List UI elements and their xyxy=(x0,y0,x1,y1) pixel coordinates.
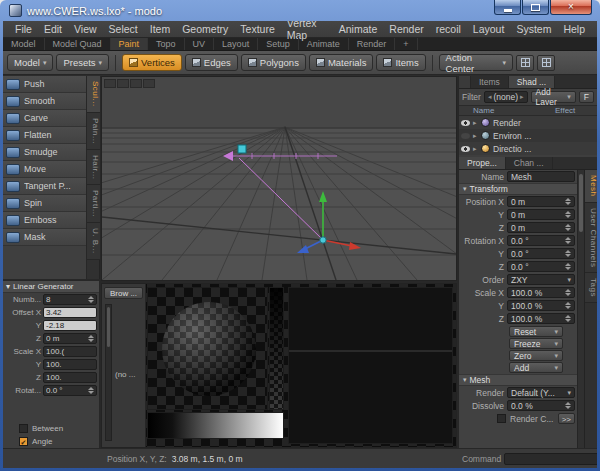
dissolve-field[interactable]: 0.0 % xyxy=(507,400,575,411)
props-tab-mesh[interactable]: Mesh xyxy=(585,170,597,203)
action-center-button[interactable]: Action Center ▾ xyxy=(439,54,513,71)
image-preview[interactable] xyxy=(147,287,268,410)
expand-icon[interactable]: ▸ xyxy=(473,145,481,153)
filter-select[interactable]: ◂ (none) ▸ xyxy=(484,91,528,103)
spinner-icon[interactable] xyxy=(565,263,571,270)
scale-y-field-lg[interactable]: 100. xyxy=(43,359,97,370)
layout-tab-layout[interactable]: Layout xyxy=(214,38,258,50)
slider-left-icon[interactable]: ◂ xyxy=(488,93,492,101)
minimize-button[interactable] xyxy=(494,0,521,15)
freeze-button[interactable]: Freeze▾ xyxy=(509,338,563,349)
menu-edit[interactable]: Edit xyxy=(38,22,68,36)
mesh-section-header[interactable]: ▾ Mesh xyxy=(459,374,577,386)
expand-icon[interactable]: ▸ xyxy=(473,119,481,127)
offset-x-field[interactable]: 3.42 xyxy=(43,307,97,318)
tool-move[interactable]: Move xyxy=(3,161,86,178)
secondary-preview-pane[interactable] xyxy=(288,287,453,444)
titlebar[interactable]: www.CWER.ws.lxo* - modo × xyxy=(3,0,597,21)
layout-tab-add[interactable]: + xyxy=(395,38,417,50)
layout-tab-render[interactable]: Render xyxy=(349,38,396,50)
add-layer-button[interactable]: Add Layer ▾ xyxy=(531,91,576,103)
spinner-icon[interactable] xyxy=(565,315,571,322)
order-select[interactable]: ZXY▾ xyxy=(507,274,575,285)
panel-menu-button[interactable] xyxy=(459,76,471,88)
properties-scrollbar[interactable] xyxy=(577,170,584,448)
toolbox-tab-sculpt[interactable]: Scul... xyxy=(87,76,100,113)
image-list-scrollbar[interactable] xyxy=(105,304,112,441)
maximize-button[interactable] xyxy=(522,0,549,15)
mode-button-vertices[interactable]: Vertices xyxy=(122,54,182,71)
offset-z-field[interactable]: 0 m xyxy=(43,333,97,344)
menu-file[interactable]: File xyxy=(9,22,38,36)
menu-geometry[interactable]: Geometry xyxy=(176,22,234,36)
close-button[interactable]: × xyxy=(550,0,592,15)
scale-x-field[interactable]: 100.0 % xyxy=(507,287,575,298)
render-curves-checkbox[interactable] xyxy=(497,414,506,423)
menu-view[interactable]: View xyxy=(68,22,103,36)
spinner-icon[interactable] xyxy=(565,289,571,296)
position-y-field[interactable]: 0 m xyxy=(507,209,575,220)
rotation-field-lg[interactable]: 0.0 ° xyxy=(43,385,97,396)
value-gradient-bar[interactable] xyxy=(147,412,284,439)
toolbox-tab-paint[interactable]: Pain... xyxy=(87,113,100,150)
tab-channels[interactable]: Chan ... xyxy=(506,157,553,169)
scale-x-field-lg[interactable]: 100.( xyxy=(43,346,97,357)
angle-checkbox[interactable]: ✔ xyxy=(19,437,28,446)
spinner-icon[interactable] xyxy=(565,302,571,309)
scrollbar-thumb[interactable] xyxy=(107,307,110,347)
tree-row-environment[interactable]: ▸ Environ ... xyxy=(459,129,597,142)
workplane-button[interactable] xyxy=(537,55,555,71)
tab-properties[interactable]: Prope... xyxy=(459,157,506,169)
between-checkbox[interactable] xyxy=(19,424,28,433)
model-dropdown-button[interactable]: Model ▾ xyxy=(7,54,53,71)
menu-animate[interactable]: Animate xyxy=(333,22,384,36)
eye-icon[interactable] xyxy=(461,120,470,126)
spinner-icon[interactable] xyxy=(88,296,94,303)
rotation-x-field[interactable]: 0.0 ° xyxy=(507,235,575,246)
viewport-canvas[interactable] xyxy=(102,77,456,280)
rotation-z-field[interactable]: 0.0 ° xyxy=(507,261,575,272)
props-tab-user-channels[interactable]: User Channels xyxy=(585,203,597,273)
layout-tab-uv[interactable]: UV xyxy=(185,38,215,50)
viewport-style-button[interactable] xyxy=(104,79,116,88)
menu-help[interactable]: Help xyxy=(557,22,591,36)
image-list-item-none[interactable]: (no ... xyxy=(115,370,135,379)
spinner-icon[interactable] xyxy=(565,224,571,231)
mode-button-items[interactable]: Items xyxy=(376,54,425,71)
spinner-icon[interactable] xyxy=(88,387,94,394)
spinner-icon[interactable] xyxy=(565,250,571,257)
rotation-y-field[interactable]: 0.0 ° xyxy=(507,248,575,259)
filter-f-button[interactable]: F xyxy=(579,91,594,103)
number-field[interactable]: 8 xyxy=(43,294,97,305)
viewport-options-button[interactable] xyxy=(143,79,155,88)
menu-select[interactable]: Select xyxy=(103,22,144,36)
linear-generator-header[interactable]: ▾ Linear Generator xyxy=(3,281,99,293)
command-input[interactable] xyxy=(504,453,597,465)
name-field[interactable]: Mesh xyxy=(507,171,575,182)
more-options-button[interactable]: >> xyxy=(558,413,575,424)
menu-render[interactable]: Render xyxy=(383,22,429,36)
alpha-gradient-strip[interactable] xyxy=(269,287,284,410)
falloff-handle[interactable] xyxy=(238,145,246,153)
offset-y-field[interactable]: -2.18 xyxy=(43,320,97,331)
layout-tab-animate[interactable]: Animate xyxy=(299,38,349,50)
toolbox-tab-particles[interactable]: Parti... xyxy=(87,185,100,223)
toolbox-tab-hair[interactable]: Hair... xyxy=(87,150,100,185)
tool-emboss[interactable]: Emboss xyxy=(3,212,86,229)
expand-icon[interactable]: ▸ xyxy=(473,132,481,140)
tool-carve[interactable]: Carve xyxy=(3,110,86,127)
tool-flatten[interactable]: Flatten xyxy=(3,127,86,144)
viewport-shade-button[interactable] xyxy=(117,79,129,88)
spinner-icon[interactable] xyxy=(88,335,94,342)
presets-button[interactable]: Presets ▾ xyxy=(56,54,109,71)
snapping-button[interactable] xyxy=(516,55,534,71)
layout-tab-paint[interactable]: Paint xyxy=(111,38,149,50)
scale-y-field[interactable]: 100.0 % xyxy=(507,300,575,311)
eye-icon[interactable] xyxy=(461,146,470,152)
tree-row-render[interactable]: ▸ Render xyxy=(459,116,597,129)
scrollbar-thumb[interactable] xyxy=(579,174,583,232)
tool-spin[interactable]: Spin xyxy=(3,195,86,212)
tool-smooth[interactable]: Smooth xyxy=(3,93,86,110)
transform-section-header[interactable]: ▾ Transform xyxy=(459,183,577,195)
scale-z-field-lg[interactable]: 100. xyxy=(43,372,97,383)
